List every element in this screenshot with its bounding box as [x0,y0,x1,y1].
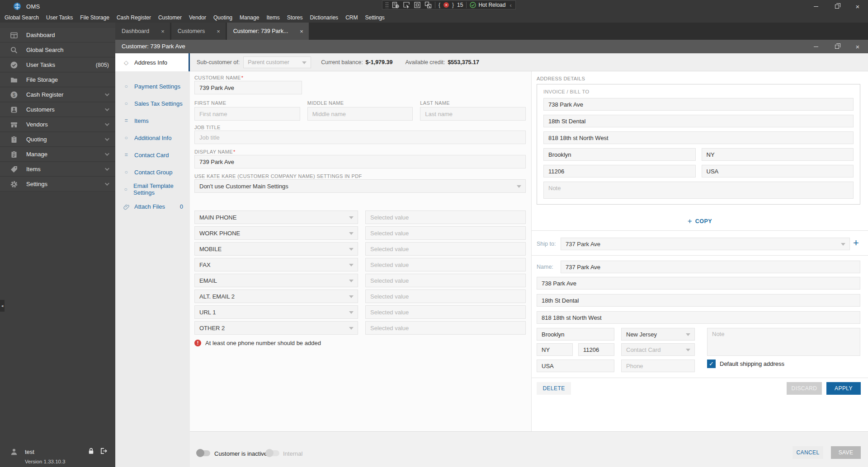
nav-contact-group[interactable]: ○ Contact Group [115,163,189,181]
sidebar-item-customers[interactable]: Customers [0,103,115,117]
ship-address-line2-input[interactable] [537,294,860,307]
sidebar-item-items[interactable]: Items [0,162,115,177]
phone-type-dropdown[interactable]: FAX [194,258,358,271]
app-minimize-button[interactable] [806,0,826,13]
menu-customer[interactable]: Customer [155,13,185,23]
url-1-input[interactable] [365,305,526,319]
ship-city-input[interactable] [537,328,614,341]
sidebar-item-settings[interactable]: Settings [0,177,115,191]
window-restore-button[interactable] [826,40,847,53]
menu-items[interactable]: Items [263,13,283,23]
ship-name-input[interactable] [561,261,860,273]
nav-additional-info[interactable]: ○ Additional Info [115,129,189,146]
menu-settings[interactable]: Settings [361,13,388,23]
overlay-collapse-icon[interactable]: ‹ [509,2,512,9]
menu-global-search[interactable]: Global Search [1,13,42,23]
nav-payment-settings[interactable]: ○ Payment Settings [115,78,189,95]
display-name-input[interactable] [194,155,526,168]
tab-customers[interactable]: Customers × [171,23,226,40]
email-input[interactable] [365,274,526,287]
tab-customer-739-park[interactable]: Customer: 739 Park... × [227,23,309,40]
bill-to-state-input[interactable] [702,148,854,161]
add-shipping-address-button[interactable]: + [853,238,859,248]
menu-stores[interactable]: Stores [283,13,307,23]
menu-manage[interactable]: Manage [236,13,263,23]
select-element-icon[interactable] [402,1,410,9]
bill-to-company-input[interactable] [543,115,854,127]
phone-type-dropdown[interactable]: WORK PHONE [194,226,358,240]
close-icon[interactable]: × [217,28,220,35]
close-icon[interactable]: × [161,28,165,35]
sidebar-item-manage[interactable]: Manage [0,147,115,162]
phone-type-dropdown[interactable]: MAIN PHONE [194,210,358,224]
window-close-button[interactable]: × [847,40,868,53]
last-name-input[interactable] [420,107,526,121]
sidebar-item-cash-register[interactable]: $ Cash Register [0,88,115,102]
menu-cash-register[interactable]: Cash Register [113,13,155,23]
menu-dictionaries[interactable]: Dictionaries [306,13,342,23]
nav-attach-files[interactable]: Attach Files 0 [115,198,189,215]
mobile-input[interactable] [365,242,526,256]
menu-user-tasks[interactable]: User Tasks [42,13,76,23]
apply-button[interactable]: APPLY [826,382,861,395]
cancel-button[interactable]: CANCEL [793,446,823,459]
customer-name-input[interactable] [194,81,302,94]
delete-button[interactable]: DELETE [537,382,571,395]
nav-contact-card[interactable]: = Contact Card [115,146,189,163]
app-close-button[interactable]: × [847,0,868,13]
ship-note-input[interactable] [707,328,860,356]
middle-name-input[interactable] [307,107,413,121]
customer-inactive-toggle[interactable] [197,450,210,456]
copy-address-button[interactable]: + COPY [532,217,868,226]
save-button[interactable]: SAVE [831,446,861,459]
job-title-input[interactable] [194,131,526,144]
first-name-input[interactable] [194,107,300,121]
internal-toggle[interactable] [266,450,279,456]
phone-type-dropdown[interactable]: MOBILE [194,242,358,256]
menu-quoting[interactable]: Quoting [210,13,236,23]
nav-address-info[interactable]: ◇ Address Info [115,53,189,71]
ship-country-input[interactable] [537,360,614,372]
logout-icon[interactable] [99,447,107,456]
bill-to-note-input[interactable] [543,182,854,199]
work-phone-input[interactable] [365,226,526,240]
drag-grip-icon[interactable] [385,2,388,8]
tab-dashboard[interactable]: Dashboard × [115,23,170,40]
menu-file-storage[interactable]: File Storage [76,13,113,23]
sidebar-item-file-storage[interactable]: File Storage [0,73,115,87]
phone-type-dropdown[interactable]: EMAIL [194,274,358,287]
fax-input[interactable] [365,258,526,271]
bill-to-city-input[interactable] [543,148,696,161]
ship-address-line3-input[interactable] [537,311,860,324]
ship-contact-card-dropdown[interactable]: Contact Card [621,343,695,356]
lock-icon[interactable] [87,447,95,456]
alt-email-2-input[interactable] [365,290,526,303]
display-layout-icon[interactable] [413,1,421,9]
sidebar-item-global-search[interactable]: Global Search [0,43,115,57]
binding-errors-count[interactable]: 15 [457,2,463,8]
ship-address-line1-input[interactable] [537,277,860,290]
hot-reload-button[interactable]: Hot Reload [470,2,505,8]
nav-sales-tax-settings[interactable]: ○ Sales Tax Settings [115,95,189,112]
phone-type-dropdown[interactable]: OTHER 2 [194,321,358,335]
element-list-icon[interactable] [392,1,399,9]
phone-type-dropdown[interactable]: URL 1 [194,305,358,319]
close-icon[interactable]: × [300,28,303,35]
sidebar-item-vendors[interactable]: Vendors [0,117,115,132]
ship-phone-input[interactable] [621,360,695,372]
other-2-input[interactable] [365,321,526,335]
ship-zip-input[interactable] [578,343,614,356]
binding-errors-icon[interactable]: × [443,2,449,8]
app-restore-button[interactable] [826,0,847,13]
parent-customer-dropdown[interactable]: Parent customer [243,56,311,68]
nav-email-template-settings[interactable]: ○ Email Template Settings [115,181,189,198]
sidebar-collapse-handle[interactable]: ◂ [0,300,5,312]
menu-crm[interactable]: CRM [342,13,361,23]
ship-state-dropdown[interactable]: New Jersey [621,328,695,341]
ship-state-input[interactable] [537,343,573,356]
track-element-icon[interactable] [424,1,432,9]
pdf-settings-dropdown[interactable]: Don't use Customer Main Settings [194,179,526,193]
phone-type-dropdown[interactable]: ALT. EMAIL 2 [194,290,358,303]
window-minimize-button[interactable] [806,40,826,53]
default-shipping-checkbox[interactable]: ✓ [707,360,716,368]
